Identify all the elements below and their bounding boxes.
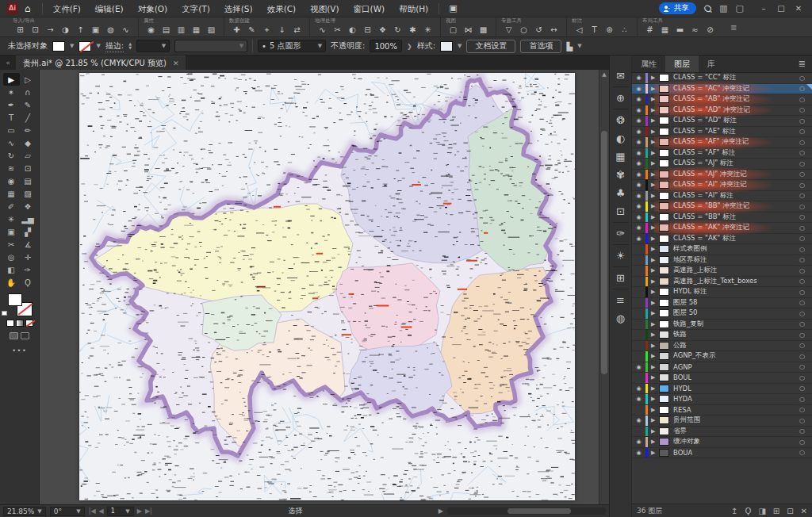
expand-arrow-icon[interactable]: ▶: [651, 214, 659, 220]
clip-icon[interactable]: ✂: [330, 24, 345, 36]
visibility-eye-icon[interactable]: ◉: [632, 438, 645, 445]
merge-icon[interactable]: ⇄: [289, 24, 304, 36]
expand-arrow-icon[interactable]: ▶: [651, 193, 659, 199]
panel-menu-icon[interactable]: ≣: [792, 56, 812, 72]
layer-row[interactable]: ▶RESA○: [632, 405, 812, 416]
menu-o[interactable]: 对象(O): [131, 0, 174, 17]
lasso-tool[interactable]: ∩: [20, 86, 36, 98]
collect-export-icon[interactable]: ↥: [731, 507, 737, 515]
visibility-eye-icon[interactable]: ◉: [632, 75, 645, 81]
magic-wand-tool[interactable]: ✶: [3, 86, 20, 98]
globe-icon[interactable]: ◍: [103, 24, 118, 36]
flash-icon[interactable]: ∿: [118, 24, 133, 36]
expand-arrow-icon[interactable]: ▶: [651, 417, 659, 423]
close-tab-icon[interactable]: ✕: [173, 59, 179, 67]
visibility-eye-icon[interactable]: ◉: [632, 450, 645, 456]
target-circle-icon[interactable]: ○: [799, 396, 805, 403]
scalebar-icon[interactable]: ▬: [672, 24, 688, 36]
expand-arrow-icon[interactable]: ▶: [651, 374, 659, 381]
visibility-eye-icon[interactable]: ◉: [632, 96, 645, 102]
expand-arrow-icon[interactable]: ▶: [651, 171, 659, 178]
label-text-icon[interactable]: T: [587, 24, 602, 36]
opacity-value-field[interactable]: 100%: [370, 40, 402, 52]
layer-row[interactable]: ◉▶CLASS = "AC" 冲突注记○: [632, 84, 812, 95]
preferences-button[interactable]: 首选项: [520, 40, 561, 53]
paintbrush-tool[interactable]: ✏: [20, 124, 36, 136]
horizontal-scrollbar[interactable]: [447, 507, 606, 515]
document-setup-button[interactable]: 文档设置: [466, 40, 515, 53]
expand-arrow-icon[interactable]: ▶: [651, 107, 659, 113]
expand-arrow-icon[interactable]: ▶: [651, 75, 659, 81]
color-mode-button[interactable]: [6, 320, 14, 327]
target-circle-icon[interactable]: ○: [799, 182, 805, 189]
type-tool[interactable]: T: [3, 111, 20, 124]
menu-t[interactable]: 文字(T): [174, 0, 217, 17]
rotate-tool[interactable]: ↻: [3, 149, 20, 162]
expand-arrow-icon[interactable]: ▶: [651, 407, 659, 413]
profile-icon[interactable]: ≈: [688, 24, 703, 36]
gradient-tool[interactable]: ▨: [20, 187, 36, 200]
minimize-icon[interactable]: –: [755, 4, 772, 13]
free-transform-tool[interactable]: ⊡: [20, 162, 36, 174]
visibility-eye-icon[interactable]: ◉: [632, 117, 645, 124]
last-artboard-icon[interactable]: ▶|: [145, 507, 152, 515]
refresh-icon[interactable]: ↺: [531, 24, 546, 36]
shaper-tool[interactable]: ∿: [3, 136, 20, 149]
first-artboard-icon[interactable]: |◀: [89, 507, 96, 515]
scale-tool[interactable]: ▱: [20, 149, 36, 162]
layer-row[interactable]: ◉▶CLASS = "AK" 标注○: [632, 234, 812, 245]
perspective-grid-tool[interactable]: ▤: [20, 174, 36, 187]
width-tool[interactable]: ≋: [3, 162, 20, 174]
layer-row[interactable]: ◉▶CLASS = "AJ" 标注○: [632, 159, 812, 170]
layer-row[interactable]: ◉▶CLASS = "AB" 冲突注记○: [632, 94, 812, 105]
artboard-tool[interactable]: ▣: [3, 225, 20, 238]
new-sublayer-icon[interactable]: ⊞: [773, 507, 779, 515]
edit-toolbar-icon[interactable]: •••: [12, 347, 27, 354]
buffer-icon[interactable]: ⊟: [360, 24, 375, 36]
visibility-eye-icon[interactable]: ◉: [632, 193, 645, 199]
stroke-swatch[interactable]: [79, 41, 91, 52]
target-circle-icon[interactable]: ○: [799, 427, 805, 435]
locate-icon[interactable]: Ϙ: [745, 507, 752, 515]
layer-row[interactable]: ▶省界○: [632, 427, 812, 438]
line-segment-tool[interactable]: ╱: [20, 111, 36, 124]
target-circle-icon[interactable]: ○: [799, 106, 805, 113]
layer-row[interactable]: ▶图层 50○: [632, 308, 812, 320]
artboard[interactable]: [79, 73, 575, 500]
layer-row[interactable]: ▶高速路_上标注○: [632, 266, 812, 277]
add-poi-icon[interactable]: ⌖: [259, 24, 274, 36]
schema-icon[interactable]: ▥: [174, 24, 189, 36]
add-line-icon[interactable]: ✎: [244, 24, 259, 36]
layer-row[interactable]: ▶公路○: [632, 341, 812, 352]
artboards-icon[interactable]: ⊡: [611, 202, 630, 220]
expand-arrow-icon[interactable]: ▶: [651, 300, 659, 306]
layer-row[interactable]: ◉▶CLASS = "AF" 标注○: [632, 148, 812, 159]
expand-arrow-icon[interactable]: ▶: [651, 385, 659, 392]
layer-row[interactable]: ▶样式表图例○: [632, 244, 812, 255]
layer-row[interactable]: ◉▶CLASS = "AD" 冲突注记○: [632, 105, 812, 117]
visibility-eye-icon[interactable]: ◉: [632, 107, 645, 113]
visibility-eye-icon[interactable]: ◉: [632, 128, 645, 135]
align-options-icon[interactable]: ▙: [566, 42, 573, 51]
brush-dropdown[interactable]: • 5 点圆形 ▼: [258, 40, 326, 52]
ellipse-icon[interactable]: ○: [516, 24, 531, 36]
add-column-icon[interactable]: ↓: [274, 24, 289, 36]
view-link-icon[interactable]: ⋈: [461, 24, 476, 36]
selection-tool[interactable]: ▶: [3, 73, 20, 86]
target-circle-icon[interactable]: ○: [799, 149, 805, 156]
gradient-icon[interactable]: ◐: [611, 129, 630, 147]
contrast-icon[interactable]: ◐: [345, 24, 360, 36]
anchor-point-tool[interactable]: ✛: [20, 251, 36, 263]
chevron-down-icon[interactable]: ▼: [96, 43, 100, 49]
visibility-eye-icon[interactable]: ◉: [632, 182, 645, 188]
layer-row[interactable]: ◉▶CLASS = "AI" 冲突注记○: [632, 180, 812, 191]
visibility-eye-icon[interactable]: ◉: [632, 203, 645, 209]
expand-arrow-icon[interactable]: ▶: [651, 396, 659, 402]
direct-selection-tool[interactable]: ▷: [20, 73, 36, 86]
appearance-icon[interactable]: ☀: [611, 247, 630, 265]
target-circle-icon[interactable]: ○: [799, 363, 805, 370]
expand-arrow-icon[interactable]: ▶: [651, 246, 659, 252]
eyedropper-tool[interactable]: ✐: [3, 200, 20, 213]
chevron-down-icon[interactable]: ▼: [70, 43, 74, 49]
swatches-icon[interactable]: ▦: [611, 147, 630, 166]
